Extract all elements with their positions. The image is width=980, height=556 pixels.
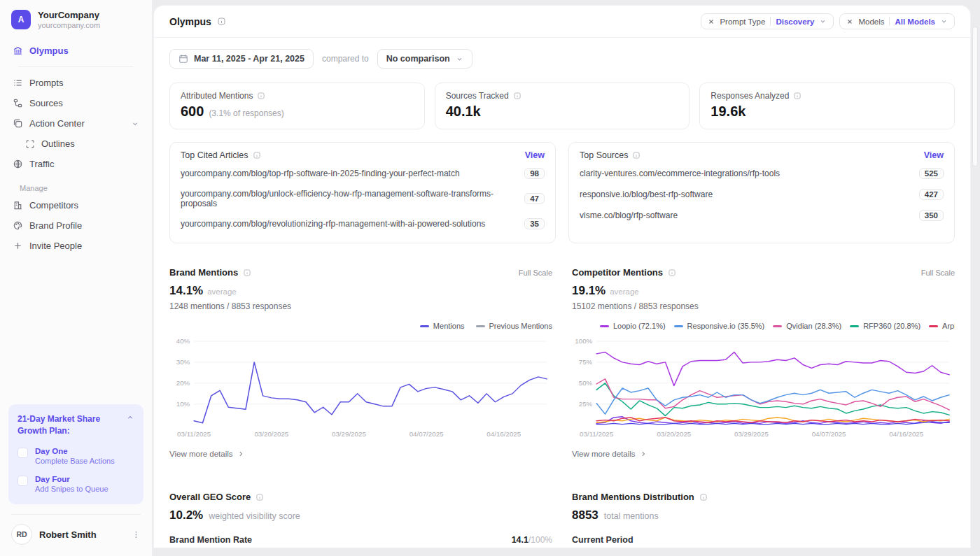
- sidebar-item-brand-profile[interactable]: Brand Profile: [7, 215, 145, 236]
- bank-icon: [13, 45, 23, 56]
- list-item[interactable]: visme.co/blog/rfp-software350: [580, 205, 944, 226]
- info-icon[interactable]: [668, 269, 676, 277]
- sidebar-item-competitors[interactable]: Competitors: [7, 195, 145, 215]
- chevron-down-icon: [456, 55, 463, 63]
- chevron-down-icon: [819, 17, 827, 25]
- geo-score-label: weighted visibility score: [209, 511, 300, 521]
- legend-item[interactable]: Loopio (72.1%): [600, 322, 666, 330]
- chevron-down-icon[interactable]: [131, 120, 139, 128]
- sidebar-item-prompts[interactable]: Prompts: [7, 73, 145, 93]
- info-icon[interactable]: [257, 92, 265, 100]
- legend-item[interactable]: RFP360 (20.8%): [850, 322, 920, 330]
- list-item[interactable]: clarity-ventures.com/ecommerce-integrati…: [580, 163, 944, 184]
- growth-plan-card: 21-Day Market Share Growth Plan: Day One…: [8, 404, 144, 504]
- info-icon[interactable]: [243, 269, 251, 277]
- main-panel: Olympus Prompt Type Discovery Models: [154, 6, 970, 548]
- models-filter[interactable]: Models All Models: [839, 13, 955, 29]
- charts-row: Brand Mentions Full Scale 14.1%average 1…: [169, 267, 955, 458]
- full-scale-toggle[interactable]: Full Scale: [921, 269, 955, 277]
- day-one-checkbox[interactable]: [18, 448, 28, 458]
- info-icon[interactable]: [793, 92, 802, 100]
- view-more-details-link[interactable]: View more details: [169, 450, 552, 458]
- view-link[interactable]: View: [924, 150, 944, 160]
- legend-item[interactable]: Mentions: [420, 322, 465, 330]
- view-more-details-link[interactable]: View more details: [572, 450, 955, 458]
- mentions-summary: 15102 mentions / 8853 responses: [572, 301, 955, 311]
- sidebar-item-label: Olympus: [29, 45, 69, 56]
- sidebar-item-outlines[interactable]: Outlines: [7, 134, 145, 154]
- toolbar: Mar 11, 2025 - Apr 21, 2025 compared to …: [169, 49, 955, 69]
- list-item[interactable]: yourcompany.com/blog/unlock-efficiency-h…: [181, 184, 545, 213]
- sidebar-item-traffic[interactable]: Traffic: [7, 154, 145, 174]
- building-icon: [13, 200, 23, 211]
- filter-label: Models: [858, 17, 884, 26]
- legend-swatch: [850, 325, 859, 327]
- legend-swatch: [773, 325, 782, 327]
- growth-item-subtitle: Add Snipes to Queue: [35, 485, 108, 493]
- info-icon[interactable]: [255, 493, 264, 501]
- comparison-select[interactable]: No comparison: [377, 49, 472, 69]
- total-mentions-label: total mentions: [604, 511, 659, 521]
- svg-text:40%: 40%: [176, 338, 190, 345]
- source-url: visme.co/blog/rfp-software: [580, 211, 678, 220]
- svg-text:03/29/2025: 03/29/2025: [734, 431, 769, 438]
- full-scale-toggle[interactable]: Full Scale: [519, 269, 552, 277]
- legend-item[interactable]: Arphie (4.6%): [929, 322, 955, 330]
- kpi-value: 19.6k: [710, 104, 746, 120]
- info-icon[interactable]: [217, 17, 226, 26]
- info-icon[interactable]: [253, 151, 261, 159]
- growth-plan-item: Day Four Add Snipes to Queue: [18, 475, 134, 493]
- sidebar-item-label: Outlines: [41, 138, 75, 149]
- citation-count-badge: 98: [524, 168, 545, 179]
- growth-plan-item: Day One Complete Base Actions: [18, 447, 134, 465]
- kpi-label: Attributed Mentions: [181, 91, 253, 101]
- filter-label: Prompt Type: [720, 17, 765, 26]
- list-item[interactable]: yourcompany.com/blog/top-rfp-software-in…: [181, 163, 545, 184]
- legend-item[interactable]: Responsive.io (35.5%): [674, 322, 765, 330]
- close-icon[interactable]: [708, 18, 715, 25]
- page-title: Olympus: [169, 16, 211, 27]
- chart-legend: Loopio (72.1%) Responsive.io (35.5%) Qvi…: [572, 321, 955, 331]
- company-logo-initial: A: [18, 15, 24, 24]
- brand-mentions-line-chart: 10%20%30%40%03/11/202503/20/202503/29/20…: [169, 335, 552, 441]
- card-title: Top Cited Articles: [181, 150, 248, 160]
- article-url: yourcompany.com/blog/revolutionizing-rfp…: [181, 219, 485, 229]
- legend-item[interactable]: Previous Mentions: [476, 322, 553, 330]
- chevron-up-icon[interactable]: [126, 413, 134, 422]
- kpi-value: 600: [181, 104, 204, 120]
- user-account-row[interactable]: RD Robert Smith: [0, 515, 152, 556]
- kpi-label: Responses Analyzed: [710, 91, 789, 101]
- source-url: responsive.io/blog/best-rfp-software: [580, 190, 713, 199]
- legend-swatch: [929, 325, 938, 327]
- sidebar-item-invite-people[interactable]: Invite People: [7, 236, 145, 256]
- prompt-type-filter[interactable]: Prompt Type Discovery: [701, 13, 834, 29]
- kpi-attributed-mentions: Attributed Mentions 600(3.1% of response…: [169, 83, 425, 129]
- layers-icon: [13, 118, 23, 129]
- view-link[interactable]: View: [525, 150, 545, 160]
- sidebar-item-action-center[interactable]: Action Center: [7, 113, 145, 134]
- date-range-picker[interactable]: Mar 11, 2025 - Apr 21, 2025: [169, 49, 314, 69]
- info-icon[interactable]: [632, 151, 640, 159]
- kpi-label: Sources Tracked: [446, 91, 509, 101]
- legend-label: RFP360 (20.8%): [863, 322, 920, 330]
- legend-label: Responsive.io (35.5%): [687, 322, 765, 330]
- close-icon[interactable]: [846, 18, 853, 25]
- list-item[interactable]: responsive.io/blog/best-rfp-software427: [580, 184, 944, 205]
- svg-text:75%: 75%: [579, 359, 593, 366]
- vertical-scrollbar[interactable]: [972, 27, 978, 166]
- legend-swatch: [600, 325, 609, 327]
- sidebar-item-label: Sources: [29, 98, 63, 108]
- legend-item[interactable]: Qvidian (28.3%): [773, 322, 841, 330]
- growth-plan-title: 21-Day Market Share Growth Plan:: [18, 413, 122, 437]
- kebab-menu-icon[interactable]: [132, 530, 141, 539]
- info-icon[interactable]: [513, 92, 522, 100]
- source-count-badge: 525: [919, 168, 944, 179]
- workspace-switcher[interactable]: A YourCompany yourcompany.com: [0, 0, 152, 38]
- day-four-checkbox[interactable]: [18, 476, 28, 486]
- sidebar-item-sources[interactable]: Sources: [7, 93, 145, 113]
- legend-label: Arphie (4.6%): [942, 322, 955, 330]
- growth-item-title: Day Four: [35, 475, 108, 483]
- list-item[interactable]: yourcompany.com/blog/revolutionizing-rfp…: [181, 213, 545, 234]
- info-icon[interactable]: [699, 493, 708, 501]
- sidebar-item-olympus[interactable]: Olympus: [7, 41, 145, 61]
